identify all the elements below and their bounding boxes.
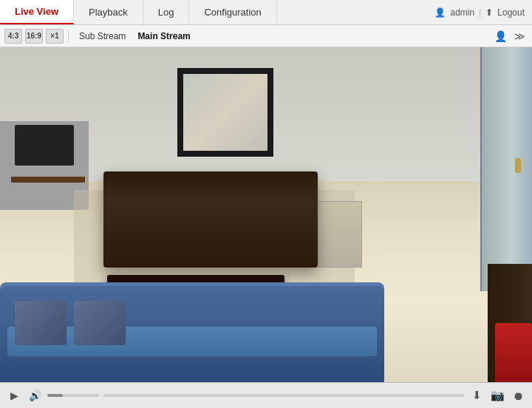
right-door xyxy=(480,47,532,291)
tv-unit xyxy=(15,125,74,166)
sofa-pillow-left xyxy=(15,301,66,345)
shelf xyxy=(11,177,85,183)
mirror-inner xyxy=(183,74,267,151)
volume-slider[interactable] xyxy=(47,394,99,397)
sub-stream-button[interactable]: Sub Stream xyxy=(76,30,129,43)
play-icon: ▶ xyxy=(10,390,18,401)
play-button[interactable]: ▶ xyxy=(6,387,22,404)
tab-live-view[interactable]: Live View xyxy=(0,0,74,24)
snapshot-button[interactable]: 📷 xyxy=(489,387,505,404)
nav-bar: Live View Playback Log Configuration 👤 a… xyxy=(0,0,532,25)
main-stream-button[interactable]: Main Stream xyxy=(134,30,193,43)
control-right: ⬇ 📷 ⏺ xyxy=(468,387,526,404)
toolbar-divider xyxy=(68,30,69,43)
user-icon: 👤 xyxy=(434,7,446,18)
logout-link[interactable]: Logout xyxy=(497,7,525,18)
aspect-4-3-button[interactable]: 4:3 xyxy=(4,29,22,44)
progress-bar[interactable] xyxy=(103,394,464,397)
zoom-1x-button[interactable]: ×1 xyxy=(46,29,64,44)
expand-icon[interactable]: ≫ xyxy=(511,29,528,44)
record-button[interactable]: ⏺ xyxy=(510,387,526,404)
separator: | xyxy=(479,7,481,18)
volume-button[interactable]: 🔊 xyxy=(27,387,43,404)
control-bar: ▶ 🔊 ⬇ 📷 ⏺ xyxy=(0,382,532,408)
door-hardware xyxy=(515,158,521,173)
camera-feed xyxy=(0,47,532,382)
tab-playback[interactable]: Playback xyxy=(74,0,143,24)
username: admin xyxy=(450,7,474,18)
aspect-16-9-button[interactable]: 16:9 xyxy=(25,29,43,44)
volume-fill xyxy=(47,394,63,397)
nav-right: 👤 admin | ⬆ Logout xyxy=(427,0,532,24)
download-button[interactable]: ⬇ xyxy=(468,387,485,404)
user-settings-icon[interactable]: 👤 xyxy=(492,29,508,44)
sofa-pillow-right xyxy=(74,301,126,345)
volume-icon: 🔊 xyxy=(29,390,41,401)
video-area xyxy=(0,47,532,382)
toolbar: 4:3 16:9 ×1 Sub Stream Main Stream 👤 ≫ xyxy=(0,25,532,47)
logout-icon: ⬆ xyxy=(485,7,493,18)
red-bin xyxy=(495,323,532,382)
tab-log[interactable]: Log xyxy=(143,0,190,24)
toolbar-right: 👤 ≫ xyxy=(492,29,528,44)
tab-configuration[interactable]: Configuration xyxy=(189,0,276,24)
dining-table xyxy=(103,171,318,268)
mirror-frame xyxy=(177,68,273,157)
